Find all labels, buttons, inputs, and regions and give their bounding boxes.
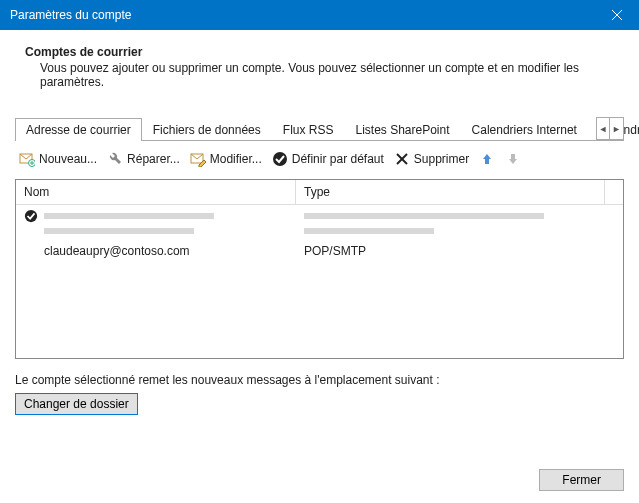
default-check-icon bbox=[24, 209, 38, 223]
check-circle-icon bbox=[272, 151, 288, 167]
accounts-list: Nom Type claudeaupry@contoso.com POP/SMT… bbox=[15, 179, 624, 359]
change-folder-button[interactable]: Changer de dossier bbox=[15, 393, 138, 415]
account-row-contoso[interactable]: claudeaupry@contoso.com POP/SMTP bbox=[16, 240, 623, 262]
window-title: Paramètres du compte bbox=[10, 8, 594, 22]
repair-account-button[interactable]: Réparer... bbox=[105, 149, 182, 169]
tab-rss[interactable]: Flux RSS bbox=[272, 118, 345, 141]
tabs-bar: Adresse de courrier Fichiers de données … bbox=[15, 117, 624, 141]
modify-icon bbox=[190, 151, 206, 167]
mail-new-icon bbox=[19, 151, 35, 167]
redacted-name bbox=[44, 213, 214, 219]
repair-icon bbox=[107, 151, 123, 167]
account-name: claudeaupry@contoso.com bbox=[16, 244, 296, 258]
move-down-button[interactable] bbox=[503, 149, 523, 169]
column-header-type[interactable]: Type bbox=[296, 180, 605, 205]
tabs-scroll-left[interactable]: ◄ bbox=[597, 118, 610, 139]
accounts-toolbar: Nouveau... Réparer... Modifier... Défini… bbox=[15, 141, 624, 179]
modify-account-button[interactable]: Modifier... bbox=[188, 149, 264, 169]
section-title: Comptes de courrier bbox=[25, 45, 624, 59]
tab-sharepoint[interactable]: Listes SharePoint bbox=[344, 118, 460, 141]
set-default-button[interactable]: Définir par défaut bbox=[270, 149, 386, 169]
modify-account-label: Modifier... bbox=[210, 152, 262, 166]
move-up-button[interactable] bbox=[477, 149, 497, 169]
set-default-label: Définir par défaut bbox=[292, 152, 384, 166]
redacted-name-sub bbox=[44, 228, 194, 234]
section-description: Vous pouvez ajouter ou supprimer un comp… bbox=[40, 61, 624, 89]
column-header-spacer bbox=[605, 180, 623, 205]
repair-account-label: Réparer... bbox=[127, 152, 180, 166]
delete-account-button[interactable]: Supprimer bbox=[392, 149, 471, 169]
tab-data-files[interactable]: Fichiers de données bbox=[142, 118, 272, 141]
arrow-down-icon bbox=[505, 151, 521, 167]
new-account-label: Nouveau... bbox=[39, 152, 97, 166]
new-account-button[interactable]: Nouveau... bbox=[17, 149, 99, 169]
svg-point-10 bbox=[25, 210, 37, 222]
delivery-location-text: Le compte sélectionné remet les nouveaux… bbox=[15, 373, 624, 387]
close-icon bbox=[612, 10, 622, 20]
tab-email-address[interactable]: Adresse de courrier bbox=[15, 118, 142, 141]
delete-icon bbox=[394, 151, 410, 167]
delete-account-label: Supprimer bbox=[414, 152, 469, 166]
account-type: POP/SMTP bbox=[296, 244, 623, 258]
window-titlebar: Paramètres du compte bbox=[0, 0, 639, 30]
account-row-redacted[interactable] bbox=[16, 208, 623, 224]
tab-internet-calendars[interactable]: Calendriers Internet bbox=[461, 118, 588, 141]
tabs-scroll-nav: ◄ ► bbox=[596, 117, 624, 140]
window-close-button[interactable] bbox=[594, 0, 639, 30]
accounts-list-header: Nom Type bbox=[16, 180, 623, 205]
close-button[interactable]: Fermer bbox=[539, 469, 624, 491]
svg-point-7 bbox=[273, 152, 287, 166]
redacted-type bbox=[304, 213, 544, 219]
arrow-up-icon bbox=[479, 151, 495, 167]
account-row-redacted-sub bbox=[16, 224, 623, 238]
tabs-scroll-right[interactable]: ► bbox=[610, 118, 623, 139]
redacted-type-sub bbox=[304, 228, 434, 234]
column-header-name[interactable]: Nom bbox=[16, 180, 296, 205]
